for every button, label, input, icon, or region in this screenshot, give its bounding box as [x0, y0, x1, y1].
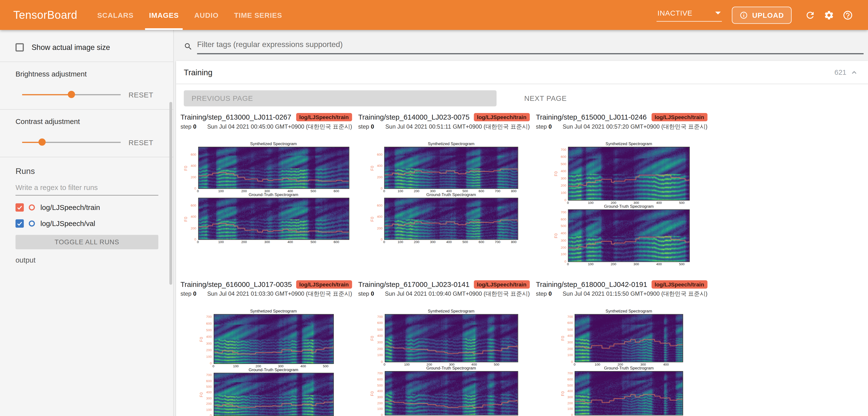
x-tick: 500: [463, 189, 468, 194]
slider-fill: [22, 94, 71, 95]
y-tick: 200: [377, 175, 383, 179]
plot-row: F00100200300400500600700: [560, 371, 683, 416]
x-tick: 200: [414, 240, 420, 244]
step-label: step: [358, 290, 369, 297]
x-tick: 500: [679, 263, 685, 266]
y-tick-labels: 0100200300400500600700: [375, 371, 384, 416]
spectrogram-figure: Ground-Truth SpectrogramF001002003004005…: [536, 204, 707, 267]
timestamp: Sun Jul 04 2021 01:15:50 GMT+0900 (대한민국 …: [562, 290, 707, 297]
tab-time-series[interactable]: TIME SERIES: [226, 0, 290, 30]
runs-filter-input[interactable]: [16, 181, 158, 196]
y-tick: 300: [377, 395, 383, 399]
run-badge: log/LJSpeech/train: [296, 113, 352, 121]
step-label: step: [180, 122, 191, 130]
slider-thumb[interactable]: [38, 139, 45, 146]
contrast-reset-button[interactable]: RESET: [128, 138, 158, 146]
show-actual-size-row[interactable]: Show actual image size: [16, 43, 158, 51]
figure-box: Ground-Truth SpectrogramF001002003004005…: [199, 367, 334, 416]
x-tick: 200: [611, 201, 616, 205]
y-tick: 100: [206, 355, 212, 358]
x-tick: 0: [383, 363, 385, 367]
y-tick: 700: [206, 315, 212, 318]
y-tick: 600: [377, 153, 383, 156]
app-logo: TensorBoard: [13, 8, 78, 21]
next-page-button[interactable]: NEXT PAGE: [520, 94, 571, 102]
upload-button[interactable]: UPLOAD: [732, 6, 792, 24]
toggle-all-runs-button[interactable]: TOGGLE ALL RUNS: [16, 235, 158, 249]
y-tick: 200: [377, 227, 383, 230]
slider-thumb[interactable]: [68, 91, 75, 98]
y-tick: 600: [377, 204, 383, 207]
brightness-slider[interactable]: [22, 91, 121, 99]
sidebar-scrollbar[interactable]: [169, 102, 172, 285]
run-checkbox[interactable]: [16, 203, 24, 212]
image-card: Training/step_618000_LJ042-0191log/LJSpe…: [536, 280, 707, 416]
y-tick: 600: [206, 322, 212, 325]
y-tick: 0: [194, 186, 196, 190]
spectrogram-figure: Synthetized SpectrogramF0020040060001002…: [358, 141, 530, 194]
spectrogram-figure: Synthetized SpectrogramF0010020030040050…: [536, 308, 707, 367]
image-card: Training/step_613000_LJ011-0267log/LJSpe…: [180, 113, 352, 245]
brightness-reset-button[interactable]: RESET: [128, 91, 158, 99]
x-tick: 100: [218, 189, 224, 194]
run-row-train[interactable]: log/LJSpeech/train: [16, 203, 158, 212]
x-tick: 800: [511, 189, 517, 194]
x-tick: 200: [427, 363, 432, 367]
run-checkbox[interactable]: [16, 219, 24, 228]
y-tick: 700: [377, 315, 383, 318]
x-tick: 400: [656, 263, 662, 266]
y-tick: 300: [206, 342, 212, 345]
contrast-slider[interactable]: [22, 139, 121, 146]
figure-box: Synthetized SpectrogramF0010020030040050…: [554, 141, 689, 206]
y-axis-label: F0: [560, 371, 565, 416]
status-dropdown[interactable]: INACTIVE: [656, 8, 722, 21]
timestamp: Sun Jul 04 2021 00:45:00 GMT+0900 (대한민국 …: [207, 122, 352, 130]
x-tick-labels: 0100200300400500: [214, 364, 333, 369]
y-tick: 100: [377, 354, 383, 357]
y-tick: 200: [377, 402, 383, 405]
y-tick-labels: 0100200300400500600700: [565, 371, 575, 416]
x-tick: 400: [287, 189, 293, 194]
x-tick: 300: [430, 240, 436, 244]
y-tick: 700: [561, 210, 566, 214]
timestamp: Sun Jul 04 2021 00:57:20 GMT+0900 (대한민국 …: [562, 122, 707, 130]
runs-title: Runs: [16, 166, 158, 176]
image-card-header: Training/step_617000_LJ023-0141log/LJSpe…: [358, 280, 530, 289]
y-tick: 0: [194, 238, 196, 241]
x-tick: 800: [511, 240, 517, 244]
tab-audio[interactable]: AUDIO: [186, 0, 226, 30]
run-row-val[interactable]: log/LJSpeech/val: [16, 219, 158, 228]
x-tick: 300: [633, 263, 639, 266]
tab-images[interactable]: IMAGES: [141, 0, 186, 30]
plot-row: F00100200300400500600700: [554, 209, 689, 262]
help-button[interactable]: [838, 6, 857, 24]
y-tick: 400: [377, 164, 383, 168]
x-tick: 0: [567, 201, 569, 205]
figure-box: Ground-Truth SpectrogramF001002003004005…: [560, 365, 683, 416]
image-card-grid: Training/step_613000_LJ011-0267log/LJSpe…: [176, 107, 868, 416]
spectrogram-figure: Ground-Truth SpectrogramF002004006000100…: [180, 192, 352, 245]
x-tick: 0: [197, 240, 199, 244]
y-tick: 600: [561, 217, 566, 221]
y-tick-labels: 0100200300400500600700: [565, 314, 575, 362]
y-tick: 0: [381, 186, 383, 190]
previous-page-button[interactable]: PREVIOUS PAGE: [184, 90, 497, 107]
show-actual-size-checkbox[interactable]: [16, 43, 24, 51]
plot-row: F00200400600: [370, 198, 518, 240]
y-tick-labels: 0100200300400500600700: [204, 373, 214, 416]
info-icon: [740, 11, 748, 19]
image-card-title: Training/step_615000_LJ011-0246: [536, 113, 648, 122]
step-value: 0: [549, 122, 552, 130]
spectrogram-image: [575, 371, 683, 416]
filter-tags-input[interactable]: [197, 39, 864, 54]
image-card-meta: step0Sun Jul 04 2021 01:09:40 GMT+0900 (…: [358, 290, 530, 297]
settings-button[interactable]: [819, 6, 838, 24]
tab-scalars[interactable]: SCALARS: [90, 0, 142, 30]
collapse-section-button[interactable]: [850, 68, 858, 76]
search-icon: [184, 42, 192, 51]
x-tick: 300: [633, 201, 639, 205]
image-card-meta: step0Sun Jul 04 2021 01:15:50 GMT+0900 (…: [536, 290, 707, 297]
image-card-title: Training/step_616000_LJ017-0035: [180, 280, 292, 289]
refresh-button[interactable]: [801, 6, 819, 24]
brightness-label: Brightness adjustment: [16, 70, 158, 78]
